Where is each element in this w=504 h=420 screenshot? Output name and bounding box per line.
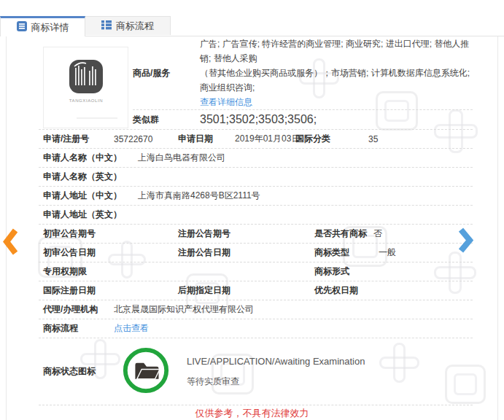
- name-cn-label: 申请人名称（中文）: [43, 152, 138, 164]
- app-date-value: 2019年01月03日: [235, 133, 295, 145]
- goods-services-block: 商品/服务 广告; 广告宣传; 特许经营的商业管理; 商业研究; 进出口代理; …: [133, 36, 473, 129]
- reg-gazette-no-label: 注册公告期号: [178, 228, 314, 240]
- process-label: 商标流程: [43, 322, 114, 335]
- document-icon: [17, 21, 27, 34]
- status-folder-icon: [121, 346, 171, 397]
- detail-panel: TANGXIAOLIN 商品/服务 广告; 广告宣传; 特许经营的商业管理; 商…: [6, 36, 498, 420]
- shared-mark-label: 是否共有商标: [314, 228, 373, 240]
- status-line-en: LIVE/APPLICATION/Awaiting Examination: [187, 356, 365, 367]
- intl-dates-row: 国际注册日期 后期指定日期 优先权日期: [39, 281, 473, 300]
- intl-class-label: 国际分类: [295, 133, 368, 145]
- status-line-cn: 等待实质审查: [187, 376, 365, 388]
- first-gazette-date-label: 初审公告日期: [43, 246, 178, 259]
- app-no-label: 申请/注册号: [43, 133, 114, 145]
- chevron-right-icon: [459, 228, 473, 253]
- tab-bar: 商标详情 商标流程: [0, 0, 504, 36]
- tab-label: 商标流程: [116, 20, 154, 33]
- similar-group-value: 3501;3502;3503;3506;: [200, 113, 317, 126]
- applicant-addr-en-row: 申请人地址（英文）: [39, 206, 473, 225]
- priority-date-label: 优先权日期: [314, 284, 358, 297]
- app-date-label: 申请日期: [178, 133, 235, 145]
- goods-services-row: 商品/服务 广告; 广告宣传; 特许经营的商业管理; 商业研究; 进出口代理; …: [133, 36, 473, 110]
- goods-services-value: 广告; 广告宣传; 特许经营的商业管理; 商业研究; 进出口代理; 替他人推销;…: [200, 36, 473, 109]
- logo-underline: [77, 117, 117, 119]
- status-text: LIVE/APPLICATION/Awaiting Examination 等待…: [187, 356, 365, 388]
- status-icon-label: 商标状态图标: [43, 365, 114, 378]
- trademark-image-box: TANGXIAOLIN: [43, 47, 128, 128]
- exclusive-period-label: 专用权期限: [43, 265, 178, 278]
- intl-class-value: 35: [368, 134, 378, 144]
- logo-caption: TANGXIAOLIN: [69, 98, 103, 103]
- name-en-label: 申请人名称（英文）: [43, 171, 122, 183]
- later-designation-date-label: 后期指定日期: [178, 284, 314, 297]
- applicant-addr-cn-row: 申请人地址（中文） 上海市真南路4268号B区2111号: [39, 187, 473, 206]
- agency-value: 北京晨晟国际知识产权代理有限公司: [114, 303, 254, 316]
- click-to-view-link[interactable]: 点击查看: [114, 322, 149, 335]
- tab-trademark-process[interactable]: 商标流程: [85, 16, 171, 35]
- prev-arrow-button[interactable]: [3, 228, 18, 257]
- tab-label: 商标详情: [31, 21, 69, 34]
- exclusive-period-row: 专用权期限 商标形式: [39, 262, 473, 281]
- agency-row: 代理/办理机构 北京晨晟国际知识产权代理有限公司: [39, 300, 473, 319]
- goods-line-1: 广告; 广告宣传; 特许经营的商业管理; 商业研究; 进出口代理; 替他人推销;…: [200, 36, 473, 66]
- reg-gazette-date-label: 注册公告日期: [178, 246, 314, 259]
- intl-reg-date-label: 国际注册日期: [43, 284, 178, 297]
- applicant-name-en-row: 申请人名称（英文）: [39, 168, 473, 187]
- first-gazette-no-label: 初审公告期号: [43, 228, 178, 240]
- goods-services-label: 商品/服务: [133, 67, 200, 79]
- trademark-logo: TANGXIAOLIN: [60, 56, 112, 119]
- app-no-value: 35722670: [114, 134, 178, 144]
- similar-group-label: 类似群: [133, 114, 200, 126]
- gazette-date-row: 初审公告日期 注册公告日期 商标类型 一般: [39, 244, 473, 262]
- gazette-no-row: 初审公告期号 注册公告期号 是否共有商标 否: [39, 225, 473, 244]
- view-detail-link[interactable]: 查看详细信息: [200, 95, 473, 109]
- goods-line-2: （替其他企业购买商品或服务）；市场营销; 计算机数据库信息系统化; 商业组织咨询…: [200, 66, 473, 95]
- list-grid-icon: [101, 20, 112, 32]
- registration-row: 申请/注册号 35722670 申请日期 2019年01月03日 国际分类 35: [39, 130, 473, 149]
- tab-trademark-detail[interactable]: 商标详情: [0, 16, 85, 36]
- mark-form-label: 商标形式: [314, 265, 349, 278]
- addr-en-label: 申请人地址（英文）: [43, 209, 122, 221]
- status-section: 商标状态图标 LIVE/APPLICATION/Awaiting Examina…: [39, 338, 473, 405]
- mark-type-label: 商标类型: [314, 246, 379, 259]
- process-row: 商标流程 点击查看: [39, 319, 473, 338]
- disclaimer-text: 仅供参考，不具有法律效力: [7, 405, 497, 420]
- next-arrow-button[interactable]: [459, 228, 473, 255]
- addr-cn-label: 申请人地址（中文）: [43, 190, 138, 202]
- chevron-left-icon: [3, 228, 18, 255]
- addr-cn-value: 上海市真南路4268号B区2111号: [138, 190, 260, 202]
- trademark-detail-page: 商标详情 商标流程: [0, 0, 504, 420]
- name-cn-value: 上海白鸟电器有限公司: [138, 152, 225, 164]
- shared-mark-value: 否: [373, 228, 382, 240]
- mark-type-value: 一般: [379, 246, 396, 259]
- agency-label: 代理/办理机构: [43, 303, 114, 316]
- similar-group-row: 类似群 3501;3502;3503;3506;: [133, 110, 473, 129]
- goods-services-section: TANGXIAOLIN 商品/服务 广告; 广告宣传; 特许经营的商业管理; 商…: [39, 36, 473, 130]
- applicant-name-cn-row: 申请人名称（中文） 上海白鸟电器有限公司: [39, 149, 473, 168]
